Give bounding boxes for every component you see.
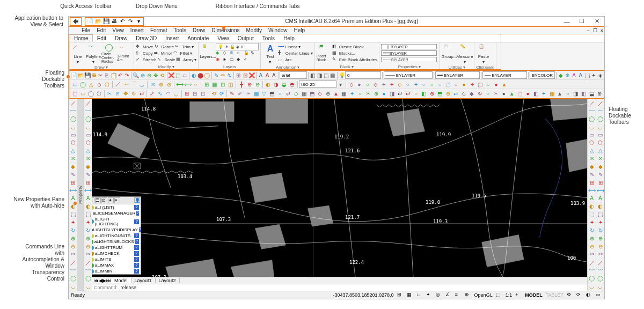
qat-open-icon[interactable]: 📂 <box>94 18 102 25</box>
vtoolbar-button[interactable]: 〰 <box>84 267 92 275</box>
status-ratio[interactable]: 1:1 <box>506 292 513 298</box>
autocomplete-item[interactable]: aLICENSEMANAGER? <box>92 210 141 216</box>
vtoolbar-button[interactable]: ✕ <box>84 156 92 163</box>
toolbar-button[interactable]: ● <box>355 80 363 89</box>
vtoolbar-button[interactable]: ◯ <box>69 116 77 123</box>
vtoolbar-button[interactable]: ⟷ <box>84 188 92 195</box>
layer-off-icon[interactable]: ○ <box>237 50 243 56</box>
status-icon[interactable]: ▭ <box>596 292 602 298</box>
tab-output[interactable]: Output <box>233 34 258 42</box>
toolbar-button[interactable]: ⟲ <box>209 90 217 98</box>
toolbar-button[interactable]: ⇄ <box>396 90 404 98</box>
toolbar-button[interactable]: ◧ <box>310 71 316 79</box>
vtoolbar-button[interactable]: ✕ <box>588 156 596 163</box>
vtoolbar-button[interactable]: ／ <box>588 100 596 107</box>
toolbar-button[interactable]: ○ <box>276 90 284 98</box>
application-button[interactable] <box>70 17 82 26</box>
vtoolbar-button[interactable]: 〰 <box>69 108 77 115</box>
vtoolbar-button[interactable]: ◆ <box>69 164 77 171</box>
qat-print-icon[interactable]: 🖶 <box>111 18 118 25</box>
vtoolbar-button[interactable]: ⊖ <box>84 244 92 251</box>
toolbar-button[interactable]: ◒ <box>280 80 288 89</box>
toolbar-button[interactable]: ✎ <box>213 71 219 79</box>
layer-iso-icon[interactable]: ◇ <box>223 50 229 56</box>
toolbar-button[interactable]: ⊕ <box>428 90 436 98</box>
qat-new-icon[interactable]: 📄 <box>86 18 94 25</box>
vtoolbar-button[interactable]: ✦ <box>588 219 596 227</box>
vtoolbar-button[interactable]: 〰 <box>588 108 596 115</box>
toolbar-button[interactable]: ◠ <box>164 90 172 98</box>
vtoolbar-button[interactable]: ↻ <box>588 227 596 235</box>
vtoolbar-button[interactable]: ⬠ <box>84 139 92 147</box>
autocomplete-item[interactable]: aLIMMAX? <box>92 262 141 268</box>
vtoolbar-button[interactable]: ⊞ <box>597 180 604 187</box>
toolbar-button[interactable]: ○ <box>412 90 420 98</box>
toolbar-button[interactable]: ○ <box>436 80 444 89</box>
tab-home[interactable]: Home <box>70 34 93 42</box>
vtoolbar-button[interactable]: △ <box>69 148 77 155</box>
vtoolbar-button[interactable]: A <box>84 195 92 203</box>
vtoolbar-button[interactable]: ▭ <box>69 132 77 139</box>
toolbar-button[interactable]: ╋ <box>237 80 245 89</box>
toolbar-button[interactable]: ⎘ <box>113 90 121 98</box>
toolbar-button[interactable]: ▲ <box>332 90 340 98</box>
vtoolbar-button[interactable]: ✎ <box>588 172 596 179</box>
toolbar-button[interactable]: ▲ <box>500 80 508 89</box>
tab-layout1[interactable]: Layout1 <box>131 278 156 283</box>
vtoolbar-button[interactable]: ◐ <box>84 203 92 211</box>
rotate-button[interactable]: Rotate <box>162 45 174 49</box>
ac-icon[interactable]: 👤 <box>134 197 140 203</box>
toolbar-button[interactable]: ▭ <box>79 90 87 98</box>
color-swatch[interactable] <box>381 44 387 49</box>
toolbar-button[interactable]: ▦ <box>340 90 348 98</box>
vtoolbar-button[interactable]: ◡ <box>84 124 92 131</box>
toolbar-button[interactable]: 🖶 <box>91 71 97 79</box>
menu-window[interactable]: Window <box>265 27 291 33</box>
layer-combo[interactable]: 💡 ☀ 🔒 ◈ 0 <box>216 43 259 50</box>
toolbar-button[interactable]: ◯ <box>203 71 210 79</box>
vtoolbar-button[interactable]: ✦ <box>69 219 77 227</box>
toolbar-button[interactable]: ✥ <box>121 90 129 98</box>
vtoolbar-button[interactable]: ✂ <box>84 251 92 259</box>
toolbar-button[interactable]: ⊞ <box>235 71 241 79</box>
vtoolbar-button[interactable]: ／ <box>84 259 92 267</box>
vtoolbar-button[interactable]: ⬚ <box>597 211 604 219</box>
toolbar-button[interactable]: ⬒ <box>308 90 316 98</box>
toolbar-button[interactable]: ⟷ <box>175 80 184 89</box>
toolbar-button[interactable]: ⊟ <box>191 90 199 98</box>
toolbar-button[interactable]: ✦ <box>348 90 356 98</box>
toolbar-button[interactable]: 〰 <box>122 80 130 89</box>
vtoolbar-button[interactable]: ◯ <box>597 275 604 283</box>
paste-button[interactable]: 📋Paste▾ <box>476 43 491 64</box>
toolbar-combo[interactable]: ISO-25 <box>299 80 336 88</box>
toolbar-button[interactable]: ○ <box>484 90 492 98</box>
text-button[interactable]: AText▾ <box>262 43 277 64</box>
toolbar-button[interactable]: ⬠ <box>95 90 103 98</box>
vtoolbar-button[interactable]: 〰 <box>69 267 77 275</box>
mirror-button[interactable]: Mirror <box>161 51 172 56</box>
toolbar-button[interactable]: ◇ <box>316 90 324 98</box>
toolbar-button[interactable]: ● <box>500 90 508 98</box>
toolbar-button[interactable]: ◡ <box>138 80 146 89</box>
autocomplete-item[interactable]: aLIGHTTRUM? <box>92 245 141 251</box>
minimize-button[interactable]: — <box>559 17 574 26</box>
vtoolbar-button[interactable]: ⬚ <box>84 211 92 219</box>
vtoolbar-button[interactable]: A <box>597 195 604 203</box>
vtoolbar-button[interactable]: 〰 <box>84 108 92 115</box>
toolbar-button[interactable]: A <box>570 71 577 79</box>
arc-button[interactable]: ◡3-Point Arc <box>117 43 132 62</box>
vtoolbar-button[interactable]: ⟷ <box>597 188 604 195</box>
tab-draw3d[interactable]: Draw 3D <box>131 34 161 42</box>
menu-edit[interactable]: Edit <box>93 27 109 33</box>
toolbar-button[interactable]: ● <box>460 80 468 89</box>
layer-tool4-icon[interactable]: ◆ <box>237 57 243 63</box>
edit-attrs-button[interactable]: Edit Block Attributes <box>339 57 377 62</box>
toolbar-button[interactable]: ▭ <box>181 71 188 79</box>
vtoolbar-button[interactable]: ⊞ <box>588 180 596 187</box>
toolbar-button[interactable]: ⇄ <box>404 90 412 98</box>
toolbar-button[interactable]: A <box>577 71 584 79</box>
vtoolbar-button[interactable]: ⬚ <box>588 211 596 219</box>
drawing-canvas[interactable]: 114.8 114.9 119.2 119.9 121.6 103.4 119.… <box>92 99 587 277</box>
vtoolbar-button[interactable]: ◆ <box>588 164 596 171</box>
toolbar-button[interactable]: ✂ <box>364 90 372 98</box>
